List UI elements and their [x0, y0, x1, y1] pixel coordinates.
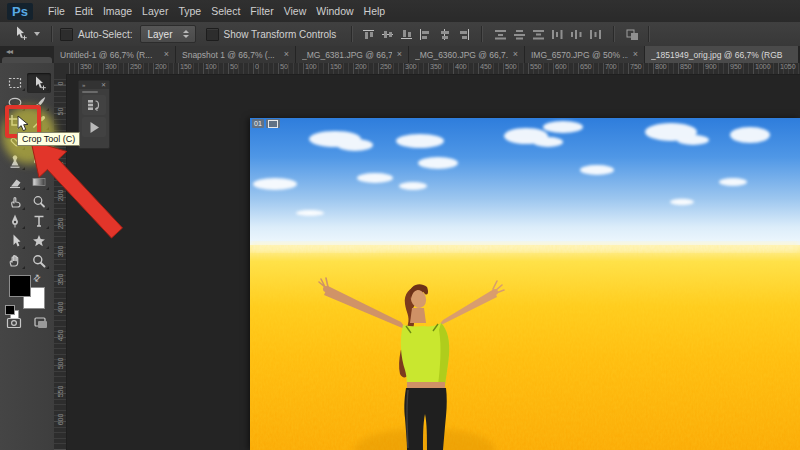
close-tab-icon[interactable]: ×	[633, 50, 638, 59]
default-colors-icon[interactable]	[5, 305, 15, 315]
ruler-label: 350	[80, 63, 92, 70]
align-right-edges[interactable]	[455, 27, 472, 42]
distribute-vertical-centers[interactable]	[511, 27, 528, 42]
auto-select-target-dropdown[interactable]: Layer	[140, 25, 195, 43]
menu-item-help[interactable]: Help	[359, 0, 391, 22]
ruler-label: 650	[580, 63, 592, 70]
smudge-tool[interactable]	[3, 192, 27, 212]
expand-panel-icon[interactable]: »	[82, 82, 85, 88]
menu-item-edit[interactable]: Edit	[70, 0, 98, 22]
spot-healing-brush-tool[interactable]	[3, 132, 27, 152]
ruler-label: 100	[205, 63, 217, 70]
history-panel-icon[interactable]	[82, 95, 106, 115]
art-history-brush-tool[interactable]	[27, 152, 51, 172]
document-tab[interactable]: _MG_6381.JPG @ 66,7...×	[296, 46, 409, 63]
custom-shape-tool[interactable]	[27, 231, 51, 251]
step-badge: 01	[252, 119, 280, 128]
document-tab[interactable]: _1851949_orig.jpg @ 66,7% (RGB	[645, 46, 799, 63]
ruler-label: 900	[705, 63, 717, 70]
pen-tool[interactable]	[3, 212, 27, 232]
auto-select-checkbox[interactable]	[60, 28, 73, 41]
menu-bar: Ps FileEditImageLayerTypeSelectFilterVie…	[0, 0, 800, 23]
ruler-label: 500	[505, 63, 517, 70]
photoshop-logo: Ps	[7, 3, 33, 20]
move-tool[interactable]	[27, 73, 51, 93]
tools-grid	[3, 73, 51, 271]
menu-item-image[interactable]: Image	[98, 0, 137, 22]
menu-item-select[interactable]: Select	[206, 0, 245, 22]
menu-item-window[interactable]: Window	[311, 0, 358, 22]
document-tab[interactable]: Untitled-1 @ 66,7% (R...×	[54, 46, 176, 63]
tab-title: Untitled-1 @ 66,7% (R...	[60, 50, 159, 60]
type-tool[interactable]	[27, 212, 51, 232]
distribute-bottom-edges[interactable]	[530, 27, 547, 42]
menu-item-layer[interactable]: Layer	[137, 0, 173, 22]
lasso-tool[interactable]	[3, 93, 27, 113]
menu-item-filter[interactable]: Filter	[245, 0, 278, 22]
align-left-edges[interactable]	[417, 27, 434, 42]
close-tab-icon[interactable]: ×	[164, 50, 169, 59]
document-tab-bar: ◂◂ Untitled-1 @ 66,7% (R...×Snapshot 1 @…	[0, 46, 800, 63]
horizontal-ruler: 3503002502001501005005010015020025030035…	[66, 63, 800, 75]
align-vertical-centers[interactable]	[379, 27, 396, 42]
menu-items: FileEditImageLayerTypeSelectFilterViewWi…	[43, 0, 390, 22]
eraser-tool[interactable]	[3, 172, 27, 192]
ruler-label: 350	[430, 63, 442, 70]
ruler-label: 350	[57, 270, 64, 290]
options-bar: Auto-Select: Layer Show Transform Contro…	[0, 22, 800, 47]
document-canvas[interactable]: 01	[250, 118, 800, 450]
align-top-edges[interactable]	[360, 27, 377, 42]
swap-colors-icon[interactable]: ⇄	[31, 272, 43, 284]
clone-stamp-tool[interactable]	[3, 152, 27, 172]
ruler-label: 550	[57, 382, 64, 402]
document-tab[interactable]: _MG_6360.JPG @ 66,7...×	[409, 46, 525, 63]
ruler-label: 250	[130, 63, 142, 70]
zoom-tool[interactable]	[27, 251, 51, 271]
tab-title: IMG_6570.JPG @ 50% ...	[531, 50, 628, 60]
gradient-tool[interactable]	[27, 172, 51, 192]
ruler-label: 500	[57, 354, 64, 374]
separator	[613, 26, 615, 42]
show-transform-checkbox[interactable]	[206, 28, 219, 41]
ruler-label: 750	[630, 63, 642, 70]
actions-panel-icon[interactable]	[82, 117, 106, 137]
current-tool-button[interactable]	[0, 25, 44, 43]
path-selection-tool[interactable]	[3, 231, 27, 251]
ruler-label: 50	[57, 102, 64, 122]
auto-align-layers[interactable]	[624, 27, 641, 42]
menu-item-type[interactable]: Type	[173, 0, 206, 22]
align-bottom-edges[interactable]	[398, 27, 415, 42]
document-tab[interactable]: Snapshot 1 @ 66,7% (...×	[176, 46, 296, 63]
dodge-tool[interactable]	[27, 192, 51, 212]
screen-mode-button[interactable]	[33, 315, 49, 335]
close-tab-icon[interactable]: ×	[284, 50, 289, 59]
distribute-left-edges[interactable]	[549, 27, 566, 42]
align-buttons-group	[360, 26, 641, 42]
brush-tool[interactable]	[27, 93, 51, 113]
close-panel-icon[interactable]: ✕	[101, 82, 106, 88]
ruler-label: 1050	[780, 63, 796, 70]
distribute-horizontal-centers[interactable]	[568, 27, 585, 42]
hand-tool[interactable]	[3, 251, 27, 271]
tab-title: _MG_6381.JPG @ 66,7...	[302, 50, 392, 60]
close-tab-icon[interactable]: ×	[397, 50, 402, 59]
menu-item-file[interactable]: File	[43, 0, 70, 22]
quick-mask-mode-button[interactable]	[6, 315, 22, 335]
distribute-top-edges[interactable]	[492, 27, 509, 42]
align-horizontal-centers[interactable]	[436, 27, 453, 42]
ruler-label: 450	[480, 63, 492, 70]
document-tab[interactable]: IMG_6570.JPG @ 50% ...×	[525, 46, 645, 63]
rectangular-marquee-tool[interactable]	[3, 73, 27, 93]
tools-panel-grip[interactable]	[2, 57, 52, 63]
ruler-label: 700	[605, 63, 617, 70]
eyedropper-tool[interactable]	[27, 113, 51, 133]
distribute-right-edges[interactable]	[587, 27, 604, 42]
menu-item-view[interactable]: View	[279, 0, 312, 22]
crop-tool[interactable]	[3, 113, 27, 133]
ruler-label: 150	[180, 63, 192, 70]
history-brush-tool[interactable]	[27, 132, 51, 152]
foreground-color-swatch[interactable]	[9, 275, 31, 297]
close-tab-icon[interactable]: ×	[513, 50, 518, 59]
collapse-panel-icon[interactable]: ◂◂	[6, 47, 12, 56]
ruler-label: 50	[230, 63, 238, 70]
